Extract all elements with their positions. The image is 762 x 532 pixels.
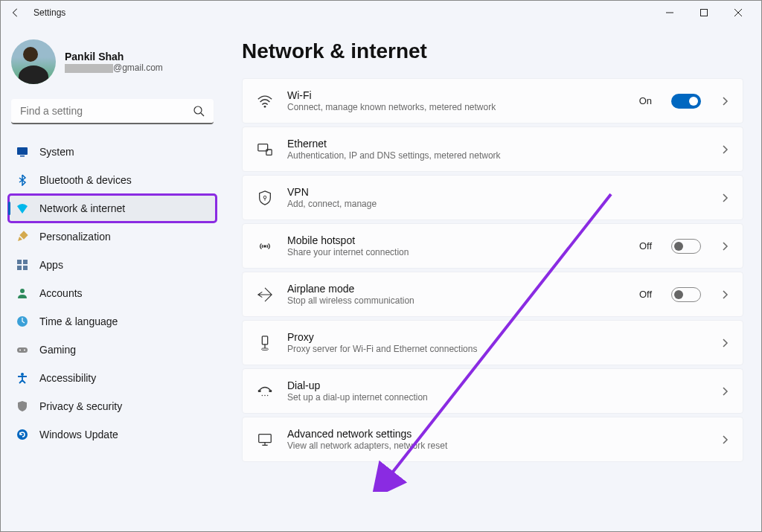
svg-point-4 (194, 106, 202, 114)
sidebar-item-accounts[interactable]: Accounts (8, 279, 217, 307)
sidebar-item-label: System (39, 146, 74, 158)
chevron-right-icon (720, 97, 729, 106)
svg-point-17 (24, 350, 25, 351)
svg-point-13 (20, 289, 25, 293)
sidebar-item-privacy[interactable]: Privacy & security (8, 392, 217, 420)
close-button[interactable] (721, 1, 755, 25)
wifi-toggle[interactable] (671, 94, 701, 109)
chevron-right-icon (720, 387, 729, 396)
chevron-right-icon (720, 145, 729, 154)
hotspot-icon (256, 237, 274, 255)
system-icon (16, 145, 29, 158)
update-icon (16, 428, 29, 441)
card-title: Ethernet (287, 138, 701, 150)
accounts-icon (16, 286, 29, 300)
card-desc: Stop all wireless communication (287, 295, 626, 306)
proxy-icon (256, 334, 274, 352)
chevron-right-icon (720, 435, 729, 444)
sidebar-item-label: Personalization (39, 231, 111, 243)
apps-icon (16, 258, 29, 272)
wifi-icon (256, 92, 274, 110)
svg-line-5 (201, 113, 204, 116)
svg-rect-34 (259, 434, 272, 442)
sidebar-item-label: Windows Update (39, 429, 118, 440)
content-area: Network & internet Wi-Fi Connect, manage… (224, 25, 761, 531)
maximize-button[interactable] (687, 1, 721, 25)
avatar (11, 39, 56, 84)
card-desc: Authentication, IP and DNS settings, met… (287, 150, 701, 161)
user-name: Pankil Shah (65, 51, 163, 63)
sidebar-item-label: Privacy & security (39, 400, 122, 412)
card-vpn[interactable]: VPN Add, connect, manage (242, 175, 743, 220)
privacy-icon (16, 400, 29, 413)
search-input[interactable] (11, 99, 214, 124)
user-profile[interactable]: Pankil Shah @gmail.com (8, 33, 217, 99)
vpn-icon (256, 189, 274, 207)
svg-rect-7 (20, 156, 25, 157)
sidebar-item-label: Network & internet (39, 202, 125, 214)
svg-rect-26 (262, 336, 267, 344)
bluetooth-icon (16, 173, 29, 187)
time-icon (16, 315, 29, 328)
network-icon (16, 202, 29, 215)
window-title: Settings (33, 7, 65, 18)
card-desc: Proxy server for Wi-Fi and Ethernet conn… (287, 344, 701, 354)
titlebar: Settings (1, 1, 761, 25)
svg-point-31 (262, 394, 263, 395)
sidebar-item-apps[interactable]: Apps (8, 251, 217, 279)
card-dialup[interactable]: Dial-up Set up a dial-up internet connec… (242, 368, 743, 414)
back-button[interactable] (7, 4, 25, 22)
airplane-icon (256, 286, 274, 304)
svg-rect-12 (23, 266, 28, 270)
svg-rect-30 (269, 390, 272, 392)
svg-rect-6 (17, 147, 28, 155)
window-controls (653, 1, 755, 25)
svg-rect-8 (19, 231, 28, 239)
card-desc: Share your internet connection (287, 247, 626, 257)
personalization-icon (16, 230, 29, 243)
card-title: Dial-up (287, 379, 701, 391)
sidebar-item-time[interactable]: Time & language (8, 307, 217, 336)
card-desc: Connect, manage known networks, metered … (287, 102, 626, 112)
card-title: VPN (287, 186, 701, 198)
chevron-right-icon (720, 339, 729, 347)
sidebar-item-gaming[interactable]: Gaming (8, 336, 217, 364)
sidebar-item-accessibility[interactable]: Accessibility (8, 364, 217, 392)
page-title: Network & internet (242, 39, 743, 63)
card-advanced-network[interactable]: Advanced network settings View all netwo… (242, 417, 743, 462)
svg-rect-1 (701, 10, 708, 16)
hotspot-toggle[interactable] (671, 239, 701, 254)
sidebar-item-label: Bluetooth & devices (39, 174, 132, 186)
sidebar-item-personalization[interactable]: Personalization (8, 222, 217, 251)
svg-point-28 (261, 347, 268, 350)
airplane-toggle[interactable] (671, 287, 701, 302)
sidebar-item-update[interactable]: Windows Update (8, 420, 217, 449)
card-wifi[interactable]: Wi-Fi Connect, manage known networks, me… (242, 78, 743, 124)
card-hotspot[interactable]: Mobile hotspot Share your internet conne… (242, 223, 743, 269)
sidebar-item-network[interactable]: Network & internet (8, 194, 217, 222)
card-proxy[interactable]: Proxy Proxy server for Wi-Fi and Etherne… (242, 320, 743, 365)
chevron-right-icon (720, 193, 729, 202)
hotspot-status: Off (639, 240, 652, 251)
sidebar-item-bluetooth[interactable]: Bluetooth & devices (8, 166, 217, 194)
search-icon (193, 105, 205, 117)
ethernet-icon (256, 141, 274, 158)
card-desc: Add, connect, manage (287, 199, 701, 209)
card-title: Advanced network settings (287, 428, 701, 440)
minimize-button[interactable] (653, 1, 687, 25)
svg-point-32 (264, 394, 265, 395)
sidebar-item-system[interactable]: System (8, 138, 217, 166)
card-airplane[interactable]: Airplane mode Stop all wireless communic… (242, 272, 743, 317)
svg-point-25 (263, 245, 266, 248)
dialup-icon (256, 382, 274, 400)
card-desc: Set up a dial-up internet connection (287, 392, 701, 403)
gaming-icon (16, 343, 29, 356)
svg-rect-22 (266, 150, 272, 155)
svg-rect-10 (23, 260, 28, 264)
nav-list: System Bluetooth & devices Network & int… (8, 138, 217, 449)
wifi-status: On (639, 95, 652, 106)
sidebar-item-label: Accounts (39, 287, 83, 299)
chevron-right-icon (720, 290, 729, 299)
card-title: Airplane mode (287, 283, 626, 295)
card-ethernet[interactable]: Ethernet Authentication, IP and DNS sett… (242, 126, 743, 172)
